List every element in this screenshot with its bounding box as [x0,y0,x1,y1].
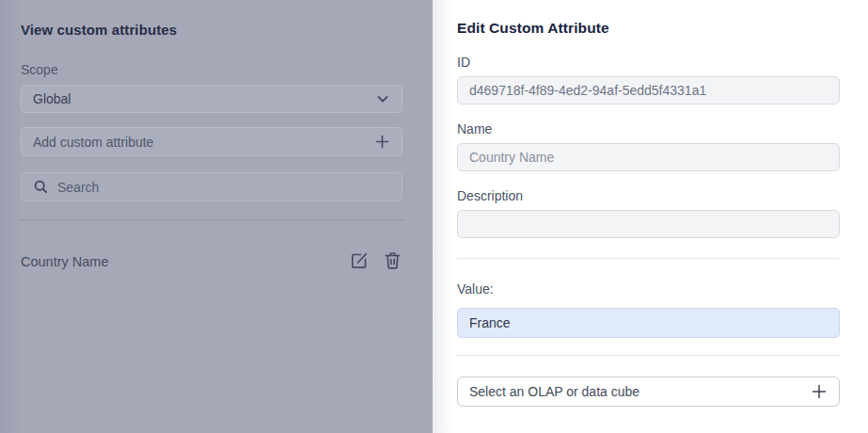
edit-custom-attribute-drawer: Edit Custom Attribute ID Name Descriptio… [433,0,868,433]
edit-icon [349,250,370,274]
panel-title: View custom attributes [21,21,402,40]
select-olap-label: Select an OLAP or data cube [469,384,639,399]
select-olap-button[interactable]: Select an OLAP or data cube [457,377,840,407]
scope-label: Scope [21,61,402,78]
add-custom-attribute-placeholder: Add custom attribute [33,135,153,150]
attribute-list-item[interactable]: Country Name [21,248,402,276]
left-panel-divider [19,219,404,220]
id-field[interactable] [457,76,840,104]
search-placeholder: Search [57,180,99,195]
drawer-divider [457,258,840,259]
attribute-actions [349,250,402,274]
view-custom-attributes-panel: View custom attributes Scope Global Add … [0,0,433,433]
value-field[interactable] [457,308,840,338]
search-input[interactable]: Search [21,172,402,201]
plus-icon [811,383,828,400]
attribute-name: Country Name [21,254,108,269]
chevron-down-icon [375,91,390,106]
value-label: Value: [457,281,840,297]
edit-attribute-button[interactable] [349,250,370,274]
id-label: ID [457,54,840,71]
trash-icon [383,250,402,274]
drawer-divider-2 [457,355,840,356]
scope-select[interactable]: Global [21,85,402,113]
search-icon [33,179,49,195]
scope-select-value: Global [33,91,71,106]
name-field[interactable] [457,143,840,171]
description-label: Description [457,187,840,204]
plus-icon[interactable] [374,134,390,150]
drawer-title: Edit Custom Attribute [457,19,840,38]
description-field[interactable] [457,210,840,238]
name-label: Name [457,120,840,137]
delete-attribute-button[interactable] [383,250,402,274]
add-custom-attribute-input[interactable]: Add custom attribute [21,127,402,156]
